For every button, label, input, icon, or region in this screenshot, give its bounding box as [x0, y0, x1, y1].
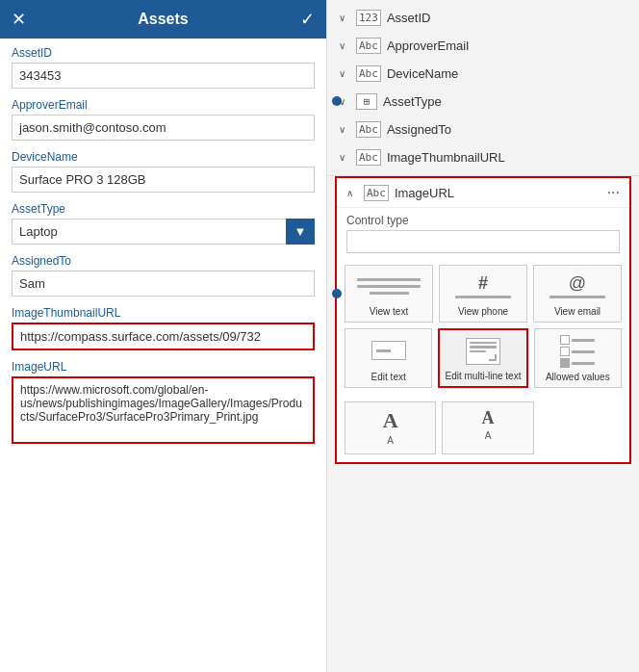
allowed-values-icon [560, 335, 595, 368]
right-field-approveremail[interactable]: ∨ Abc ApproverEmail [327, 32, 639, 60]
spacer [540, 401, 622, 454]
bottom-options-row: A A A A [337, 401, 629, 462]
edit-multiline-option[interactable]: Edit multi-line text [438, 328, 527, 388]
assettype-select-wrapper: Laptop Desktop Tablet ▼ [12, 219, 315, 245]
hash-icon: # [478, 273, 488, 294]
allowed-values-icon-area [539, 335, 617, 368]
assignedto-field-group: AssignedTo [12, 254, 315, 297]
imagethumbnailurl-type-icon: Abc [356, 149, 381, 166]
imageurl-section-type-icon: Abc [364, 185, 389, 201]
view-text-label: View text [370, 306, 408, 318]
approveremail-field-name: ApproverEmail [387, 39, 627, 53]
view-text-icon-area [349, 271, 428, 302]
right-field-devicename[interactable]: ∨ Abc DeviceName [327, 60, 639, 88]
close-icon[interactable]: ✕ [12, 9, 26, 30]
right-field-assettype[interactable]: ∨ ⊞ AssetType [327, 88, 639, 116]
assignedto-chevron: ∨ [339, 124, 350, 135]
devicename-type-icon: Abc [356, 65, 381, 82]
imageurl-section-header: ∧ Abc ImageURL ··· [337, 178, 629, 208]
imageurl-section: ∧ Abc ImageURL ··· Control type View tex… [335, 176, 631, 464]
assetid-field-name: AssetID [387, 11, 627, 25]
assettype-field-name: AssetType [383, 94, 627, 109]
imagethumbnailurl-field-group: ImageThumbnailURL [12, 306, 315, 350]
view-text-option[interactable]: View text [345, 265, 433, 323]
view-email-label: View email [554, 306, 601, 318]
left-panel-header: ✕ Assets ✓ [0, 0, 326, 39]
edit-text-icon-area [349, 335, 427, 366]
view-email-option[interactable]: @ View email [533, 265, 622, 323]
edit-multiline-icon-area [444, 336, 522, 367]
options-row-2: Edit text Edit multi-line text [345, 328, 622, 388]
approveremail-input[interactable] [12, 115, 315, 141]
assettype-select[interactable]: Laptop Desktop Tablet [12, 219, 315, 245]
imageurl-field-group: ImageURL https://www.microsoft.com/globa… [12, 360, 315, 447]
font-size-2-option[interactable]: A A [442, 401, 533, 454]
multiline-icon [466, 338, 500, 365]
edit-text-label: Edit text [371, 372, 406, 383]
devicename-label: DeviceName [12, 150, 315, 164]
font-size-2-icon-area: A A [447, 408, 528, 441]
control-type-label: Control type [337, 208, 629, 230]
assetid-type-icon: 123 [356, 10, 381, 26]
font-size-2-icon: A [481, 408, 494, 428]
assignedto-type-icon: Abc [356, 121, 381, 138]
assettype-field-group: AssetType Laptop Desktop Tablet ▼ [12, 202, 315, 245]
assignedto-label: AssignedTo [12, 254, 315, 268]
view-email-icon-area: @ [538, 271, 617, 302]
allowed-values-label: Allowed values [546, 372, 610, 383]
assettype-label: AssetType [12, 202, 315, 216]
imageurl-label: ImageURL [12, 360, 315, 374]
approveremail-field-group: ApproverEmail [12, 98, 315, 141]
edit-text-option[interactable]: Edit text [345, 328, 432, 388]
right-field-assignedto[interactable]: ∨ Abc AssignedTo [327, 116, 639, 143]
approveremail-type-icon: Abc [356, 38, 381, 54]
allowed-values-option[interactable]: Allowed values [534, 328, 622, 388]
right-field-list: ∨ 123 AssetID ∨ Abc ApproverEmail ∨ Abc … [327, 0, 639, 176]
imageurl-dots-menu[interactable]: ··· [607, 184, 620, 201]
imagethumbnailurl-input[interactable] [12, 323, 315, 350]
assetid-input[interactable] [12, 63, 315, 89]
devicename-chevron: ∨ [339, 68, 350, 79]
imageurl-section-chevron[interactable]: ∧ [346, 188, 358, 198]
imageurl-textarea[interactable]: https://www.microsoft.com/global/en-us/n… [12, 376, 315, 444]
devicename-input[interactable] [12, 167, 315, 193]
devicename-field-group: DeviceName [12, 150, 315, 193]
font-size-2-sub: A [485, 430, 492, 441]
view-phone-label: View phone [458, 306, 508, 318]
approveremail-label: ApproverEmail [12, 98, 315, 112]
options-row-1: View text # View phone @ View email [345, 265, 622, 323]
font-size-1-icon-area: A A [349, 408, 431, 446]
control-type-input[interactable] [346, 230, 620, 253]
check-icon[interactable]: ✓ [300, 9, 315, 30]
panel-title: Assets [138, 11, 188, 28]
view-phone-icon-area: # [444, 271, 523, 302]
view-phone-option[interactable]: # View phone [439, 265, 527, 323]
assettype-type-icon: ⊞ [356, 93, 377, 110]
right-panel: ∨ 123 AssetID ∨ Abc ApproverEmail ∨ Abc … [327, 0, 639, 672]
assetid-label: AssetID [12, 46, 315, 60]
right-field-imagethumbnailurl[interactable]: ∨ Abc ImageThumbnailURL [327, 143, 639, 171]
font-size-1-sub: A [387, 435, 394, 446]
approveremail-chevron: ∨ [339, 40, 350, 51]
right-field-assetid[interactable]: ∨ 123 AssetID [327, 4, 639, 32]
left-body: AssetID ApproverEmail DeviceName AssetTy… [0, 39, 326, 672]
font-size-1-option[interactable]: A A [345, 401, 436, 454]
assignedto-field-name: AssignedTo [387, 122, 627, 137]
assignedto-input[interactable] [12, 271, 315, 297]
control-type-options: View text # View phone @ View email [337, 261, 629, 401]
assetid-field-group: AssetID [12, 46, 315, 89]
imageurl-section-title: ImageURL [395, 186, 601, 200]
imagethumbnailurl-label: ImageThumbnailURL [12, 306, 315, 320]
devicename-field-name: DeviceName [387, 66, 627, 81]
imagethumbnailurl-field-name: ImageThumbnailURL [387, 150, 627, 165]
at-icon: @ [569, 273, 586, 294]
font-size-1-icon: A [383, 408, 398, 433]
assetid-chevron: ∨ [339, 13, 350, 23]
edit-multiline-label: Edit multi-line text [446, 371, 522, 382]
imagethumbnailurl-chevron: ∨ [339, 152, 350, 163]
